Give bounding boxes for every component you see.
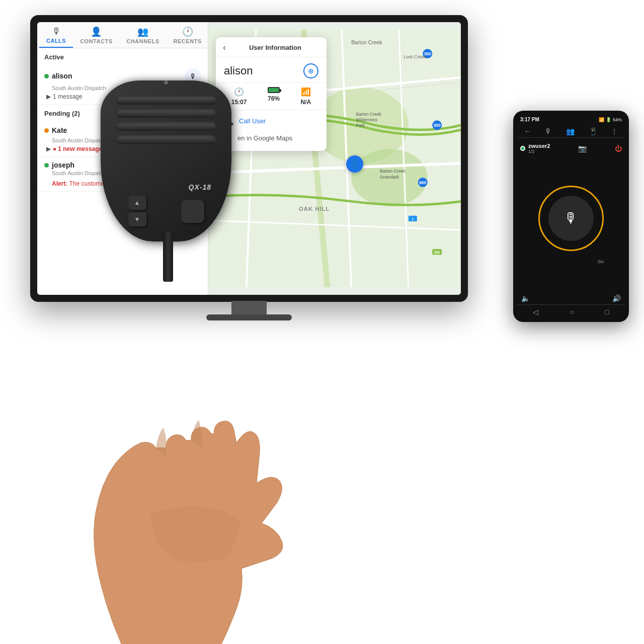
qx18-bar-4: [116, 135, 216, 144]
qx18-up-button[interactable]: ▲: [128, 196, 146, 210]
ptt-go-label: Go: [598, 259, 604, 264]
call-name-joseph: joseph: [52, 161, 74, 169]
qx18-bar-1: [116, 96, 216, 105]
stat-battery: 76%: [268, 87, 280, 106]
svg-text:Barton Creek: Barton Creek: [356, 112, 382, 117]
phone-screen-icon[interactable]: 📱: [589, 127, 597, 135]
phone-group-icon[interactable]: 👥: [566, 127, 575, 135]
svg-text:960: 960: [419, 180, 426, 185]
user-location-pin[interactable]: 👤: [346, 155, 363, 173]
stat-signal-value: N/A: [301, 99, 311, 106]
user-info-popup: ‹ User Information alison ⊕ 🕐 15:07: [216, 37, 327, 151]
svg-text:Barton Creek: Barton Creek: [380, 169, 406, 174]
svg-text:Lost Creek: Lost Creek: [404, 54, 427, 59]
qx18-button-group: ▲ ▼: [128, 196, 146, 226]
tab-channels[interactable]: 👥 CHANNELS: [119, 22, 166, 48]
tab-channels-label: CHANNELS: [126, 38, 159, 44]
tab-contacts-label: CONTACTS: [80, 38, 112, 44]
phone-back-icon[interactable]: ←: [524, 127, 531, 135]
qx18-bar-3: [116, 122, 216, 131]
phone-device: 3:17 PM 📶 🔋 54% ← 🎙 👥 📱 ⋮ zwuser2 1/2 📷 …: [513, 111, 629, 322]
call-name-kate: Kate: [52, 126, 67, 134]
phone-ptt-area: 🎙 Go: [517, 158, 625, 292]
new-msg-badge-kate: ● 1 new message: [53, 145, 102, 152]
qx18-model-label: QX-18: [189, 183, 211, 191]
popup-back-button[interactable]: ‹: [223, 42, 226, 53]
phone-time: 3:17 PM: [520, 117, 539, 122]
ptt-button[interactable]: 🎙: [548, 196, 594, 241]
phone-vol-down-icon[interactable]: 🔈: [521, 294, 530, 302]
hand-container: [50, 262, 352, 644]
phone-channel-sub: 1/2: [528, 149, 550, 154]
stat-battery-value: 76%: [268, 95, 280, 102]
play-icon-kate: ▶: [46, 145, 51, 152]
locate-user-button[interactable]: ⊕: [303, 63, 318, 78]
svg-text:Wilderness: Wilderness: [356, 117, 377, 122]
stat-time: 🕐 15:07: [231, 87, 247, 106]
phone-app-header: zwuser2 1/2 📷 ⏻: [517, 141, 625, 156]
tab-calls-label: CALLS: [46, 38, 66, 44]
play-icon-alison: ▶: [46, 93, 51, 100]
phone-status-bar: 3:17 PM 📶 🔋 54%: [517, 116, 625, 123]
qx18-down-button[interactable]: ▼: [128, 212, 146, 226]
monitor: 🎙 CALLS 👤 CONTACTS 👥 CHANNELS 🕐 RECENTS: [30, 15, 468, 302]
ptt-ring: 🎙: [538, 186, 604, 251]
ptt-mic-icon: 🎙: [564, 210, 578, 226]
svg-text:290: 290: [434, 251, 440, 254]
phone-android-recent[interactable]: □: [605, 308, 609, 316]
phone-ptt-nav-icon[interactable]: 🎙: [545, 127, 552, 135]
phone-online-dot: [520, 146, 525, 151]
tab-recents[interactable]: 🕐 RECENTS: [167, 22, 209, 48]
mic-icon: 🎙: [190, 72, 196, 80]
status-dot-joseph: [44, 163, 49, 168]
status-dot-alison: [44, 74, 49, 78]
open-maps-action[interactable]: 📍 en in Google Maps: [216, 130, 327, 146]
wifi-icon: 📶: [599, 117, 604, 122]
phone-android-back[interactable]: ◁: [533, 308, 538, 316]
call-msg-kate: ▶ ● 1 new message: [46, 145, 102, 152]
tab-contacts[interactable]: 👤 CONTACTS: [73, 22, 119, 48]
group-tab-icon: 👥: [137, 26, 148, 37]
phone-status-icons: 📶 🔋 54%: [599, 117, 622, 122]
svg-text:Park: Park: [356, 123, 365, 128]
open-maps-label: en in Google Maps: [237, 134, 292, 142]
pin-icon: 👤: [349, 158, 360, 170]
svg-text:360: 360: [434, 123, 441, 128]
stat-signal: 📶 N/A: [301, 87, 311, 106]
popup-user-name: alison: [224, 64, 253, 77]
active-section-header: Active: [37, 48, 208, 64]
tab-recents-label: RECENTS: [174, 38, 202, 44]
qx18-cable: [163, 231, 173, 282]
qx18-main-button[interactable]: [181, 200, 204, 223]
signal-stat-icon: 📶: [301, 87, 311, 97]
phone-camera-icon[interactable]: 📷: [578, 144, 587, 152]
popup-title: User Information: [231, 44, 319, 51]
phone-vol-up-icon[interactable]: 🔊: [612, 294, 621, 302]
clock-stat-icon: 🕐: [234, 87, 244, 97]
qx18-device: QX-18 ▲ ▼: [101, 80, 231, 242]
target-icon: ⊕: [308, 67, 314, 75]
svg-text:1: 1: [412, 217, 414, 221]
tab-calls[interactable]: 🎙 CALLS: [39, 22, 73, 48]
phone-bottom-bar: ◁ ○ □: [517, 304, 625, 317]
phone-more-icon[interactable]: ⋮: [611, 127, 618, 135]
battery-pct: 54%: [613, 117, 622, 122]
qx18-led: [164, 80, 168, 85]
call-name-alison: alison: [52, 72, 72, 80]
clock-tab-icon: 🕐: [182, 26, 193, 37]
battery-phone-icon: 🔋: [606, 117, 611, 122]
popup-stats: 🕐 15:07 76% 📶 N/A: [216, 83, 327, 110]
mic-tab-icon: 🎙: [52, 26, 61, 37]
svg-text:Barton Creek: Barton Creek: [351, 40, 382, 45]
phone-nav-bar: ← 🎙 👥 📱 ⋮: [517, 125, 625, 138]
qx18-grille: [116, 96, 216, 144]
phone-android-home[interactable]: ○: [570, 308, 574, 316]
phone-power-icon[interactable]: ⏻: [615, 144, 622, 152]
qx18-bar-2: [116, 109, 216, 118]
qx18-body: QX-18 ▲ ▼: [101, 80, 231, 242]
status-dot-kate: [44, 128, 49, 133]
phone-channel-name: zwuser2: [528, 143, 550, 149]
nav-tabs: 🎙 CALLS 👤 CONTACTS 👥 CHANNELS 🕐 RECENTS: [37, 22, 208, 48]
call-user-action[interactable]: 📞 Call User: [216, 112, 327, 130]
stat-time-value: 15:07: [231, 99, 247, 106]
